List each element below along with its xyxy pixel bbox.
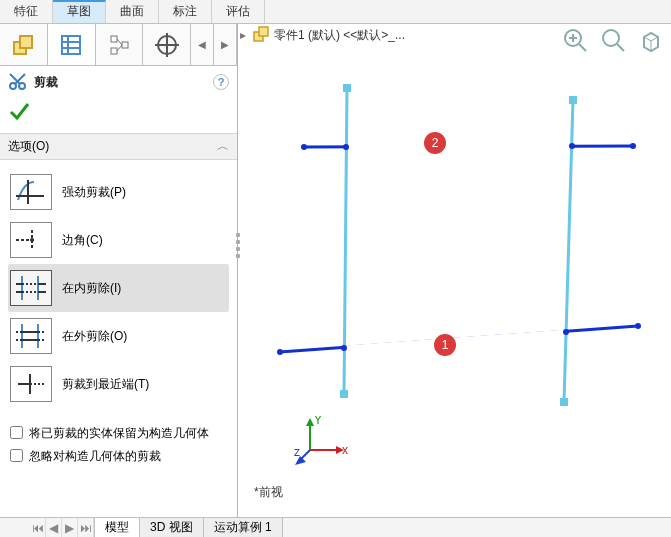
tab-nav-next[interactable]: ▶	[62, 518, 78, 537]
tab-nav-next[interactable]: ▶	[214, 24, 237, 65]
tab-features[interactable]: 特征	[0, 0, 53, 23]
svg-rect-7	[111, 48, 117, 54]
endpoint-handle[interactable]	[277, 349, 283, 355]
magnifier-plus-icon	[562, 27, 588, 53]
endpoint-handle[interactable]	[563, 329, 569, 335]
svg-line-9	[117, 39, 122, 45]
cube-icon	[638, 27, 664, 53]
bottom-tab-model[interactable]: 模型	[95, 518, 140, 537]
option-label: 在内剪除(I)	[62, 280, 121, 297]
feature-manager-tab[interactable]	[0, 24, 48, 65]
svg-marker-45	[306, 418, 314, 426]
chevron-up-icon: ︿	[217, 138, 229, 155]
feature-tree-icon	[10, 32, 36, 58]
option-label: 边角(C)	[62, 232, 103, 249]
graphics-area[interactable]: ▸ 零件1 (默认) <<默认>_...	[238, 24, 671, 517]
svg-line-61	[651, 37, 658, 41]
trim-closest-icon	[10, 366, 52, 402]
checkbox-keep-as-construction[interactable]: 将已剪裁的实体保留为构造几何体	[10, 422, 227, 445]
endpoint-handle[interactable]	[343, 144, 349, 150]
property-manager-tab[interactable]	[48, 24, 96, 65]
option-trim-closest[interactable]: 剪裁到最近端(T)	[8, 360, 229, 408]
tab-nav-prev[interactable]: ◀	[191, 24, 214, 65]
svg-line-58	[617, 44, 624, 51]
svg-point-57	[603, 30, 619, 46]
option-power-trim[interactable]: 强劲剪裁(P)	[8, 168, 229, 216]
trim-options-list: 强劲剪裁(P) 边角(C) 在内剪除(I) 在外剪除(O)	[0, 160, 237, 416]
checkbox-label: 将已剪裁的实体保留为构造几何体	[29, 425, 209, 442]
endpoint-handle[interactable]	[560, 398, 568, 406]
svg-rect-6	[111, 36, 117, 42]
endpoint-handle[interactable]	[341, 345, 347, 351]
svg-line-10	[117, 45, 122, 51]
callout-marker-2: 2	[424, 132, 446, 154]
endpoint-handle[interactable]	[343, 84, 351, 92]
endpoint-handle[interactable]	[340, 390, 348, 398]
ok-button[interactable]	[8, 100, 30, 122]
option-trim-inside[interactable]: 在内剪除(I)	[8, 264, 229, 312]
panel-splitter[interactable]	[236, 230, 242, 280]
svg-text:x: x	[342, 443, 348, 457]
endpoint-handle[interactable]	[569, 96, 577, 104]
checkbox-ignore-construction[interactable]: 忽略对构造几何体的剪裁	[10, 445, 227, 468]
option-trim-outside[interactable]: 在外剪除(O)	[8, 312, 229, 360]
option-label: 在外剪除(O)	[62, 328, 127, 345]
view-toolbar	[561, 26, 665, 54]
bottom-tab-motion[interactable]: 运动算例 1	[204, 518, 283, 537]
bottom-tab-bar: ⏮ ◀ ▶ ⏭ 模型 3D 视图 运动算例 1	[0, 517, 671, 537]
view-orientation-label: *前视	[254, 484, 283, 501]
svg-line-60	[644, 37, 651, 41]
manager-tab-bar: ◀ ▶	[0, 24, 237, 66]
previous-view-button[interactable]	[637, 26, 665, 54]
bottom-tab-3dview[interactable]: 3D 视图	[140, 518, 204, 537]
svg-rect-2	[62, 36, 80, 54]
pm-title: 剪裁	[34, 74, 213, 91]
tab-sketch[interactable]: 草图	[53, 0, 106, 23]
corner-icon	[10, 222, 52, 258]
property-manager-panel: ◀ ▶ 剪裁 ? 选项(O) ︿ 强劲剪裁(P)	[0, 24, 238, 517]
options-section-header[interactable]: 选项(O) ︿	[0, 133, 237, 160]
option-label: 剪裁到最近端(T)	[62, 376, 149, 393]
trim-inside-icon	[10, 270, 52, 306]
tab-nav-last[interactable]: ⏭	[78, 518, 94, 537]
svg-text:Y: Y	[314, 416, 322, 427]
checkbox-input[interactable]	[10, 426, 23, 439]
magnifier-icon	[600, 27, 626, 53]
endpoint-handle[interactable]	[635, 323, 641, 329]
checkbox-input[interactable]	[10, 449, 23, 462]
dimxpert-tab[interactable]	[143, 24, 191, 65]
tab-nav-first[interactable]: ⏮	[30, 518, 46, 537]
tab-nav-prev[interactable]: ◀	[46, 518, 62, 537]
configuration-manager-tab[interactable]	[96, 24, 144, 65]
help-button[interactable]: ?	[213, 74, 229, 90]
callout-marker-1: 1	[434, 334, 456, 356]
target-icon	[154, 32, 180, 58]
tab-annotate[interactable]: 标注	[159, 0, 212, 23]
svg-point-22	[30, 238, 34, 242]
zoom-to-fit-button[interactable]	[561, 26, 589, 54]
command-tab-bar: 特征 草图 曲面 标注 评估	[0, 0, 671, 24]
config-icon	[106, 32, 132, 58]
option-label: 强劲剪裁(P)	[62, 184, 126, 201]
svg-text:z: z	[294, 445, 300, 459]
trim-icon	[8, 72, 28, 92]
property-icon	[58, 32, 84, 58]
trim-outside-icon	[10, 318, 52, 354]
checkbox-label: 忽略对构造几何体的剪裁	[29, 448, 161, 465]
section-label: 选项(O)	[8, 138, 49, 155]
tab-evaluate[interactable]: 评估	[212, 0, 265, 23]
svg-rect-8	[122, 42, 128, 48]
tab-surface[interactable]: 曲面	[106, 0, 159, 23]
orientation-triad[interactable]: Y x z	[294, 416, 349, 469]
endpoint-handle[interactable]	[301, 144, 307, 150]
zoom-area-button[interactable]	[599, 26, 627, 54]
trimmed-segment	[348, 146, 572, 147]
power-trim-icon	[10, 174, 52, 210]
svg-rect-1	[20, 36, 32, 48]
endpoint-handle[interactable]	[630, 143, 636, 149]
svg-line-54	[579, 44, 586, 51]
option-corner[interactable]: 边角(C)	[8, 216, 229, 264]
endpoint-handle[interactable]	[569, 143, 575, 149]
